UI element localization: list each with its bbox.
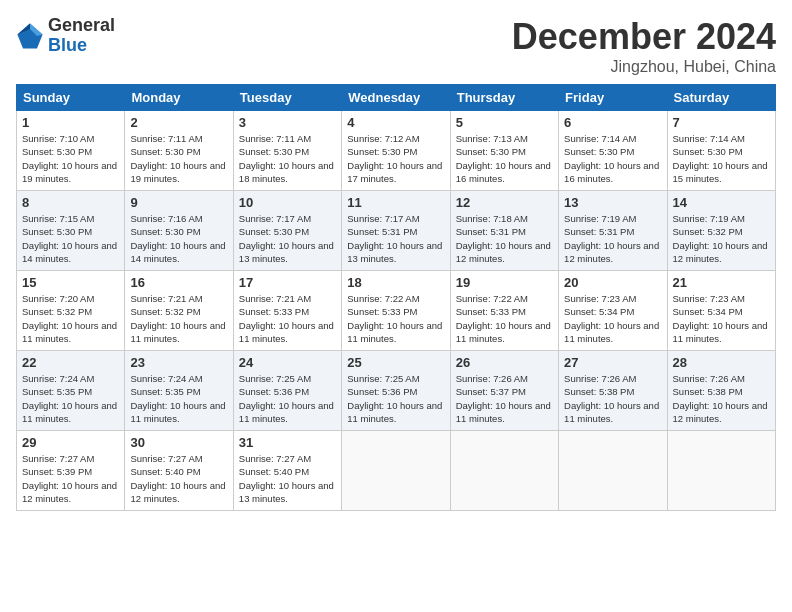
day-number: 16	[130, 275, 227, 290]
day-number: 14	[673, 195, 770, 210]
day-info: Sunrise: 7:19 AMSunset: 5:32 PMDaylight:…	[673, 212, 770, 265]
day-number: 17	[239, 275, 336, 290]
day-number: 25	[347, 355, 444, 370]
day-number: 22	[22, 355, 119, 370]
header-saturday: Saturday	[667, 85, 775, 111]
calendar-day-cell: 16Sunrise: 7:21 AMSunset: 5:32 PMDayligh…	[125, 271, 233, 351]
logo-blue: Blue	[48, 36, 115, 56]
day-info: Sunrise: 7:15 AMSunset: 5:30 PMDaylight:…	[22, 212, 119, 265]
day-info: Sunrise: 7:16 AMSunset: 5:30 PMDaylight:…	[130, 212, 227, 265]
calendar-day-cell: 1Sunrise: 7:10 AMSunset: 5:30 PMDaylight…	[17, 111, 125, 191]
calendar-week-row: 1Sunrise: 7:10 AMSunset: 5:30 PMDaylight…	[17, 111, 776, 191]
calendar-day-cell: 26Sunrise: 7:26 AMSunset: 5:37 PMDayligh…	[450, 351, 558, 431]
day-number: 19	[456, 275, 553, 290]
day-number: 12	[456, 195, 553, 210]
logo-general: General	[48, 16, 115, 36]
day-info: Sunrise: 7:20 AMSunset: 5:32 PMDaylight:…	[22, 292, 119, 345]
header-sunday: Sunday	[17, 85, 125, 111]
title-block: December 2024 Jingzhou, Hubei, China	[512, 16, 776, 76]
calendar-day-cell: 2Sunrise: 7:11 AMSunset: 5:30 PMDaylight…	[125, 111, 233, 191]
logo-icon	[16, 22, 44, 50]
day-info: Sunrise: 7:17 AMSunset: 5:31 PMDaylight:…	[347, 212, 444, 265]
day-number: 4	[347, 115, 444, 130]
calendar-day-cell: 12Sunrise: 7:18 AMSunset: 5:31 PMDayligh…	[450, 191, 558, 271]
calendar-day-cell: 13Sunrise: 7:19 AMSunset: 5:31 PMDayligh…	[559, 191, 667, 271]
calendar-day-cell: 18Sunrise: 7:22 AMSunset: 5:33 PMDayligh…	[342, 271, 450, 351]
calendar-day-cell	[667, 431, 775, 511]
calendar-day-cell: 21Sunrise: 7:23 AMSunset: 5:34 PMDayligh…	[667, 271, 775, 351]
calendar-day-cell: 9Sunrise: 7:16 AMSunset: 5:30 PMDaylight…	[125, 191, 233, 271]
day-number: 5	[456, 115, 553, 130]
day-info: Sunrise: 7:25 AMSunset: 5:36 PMDaylight:…	[239, 372, 336, 425]
day-info: Sunrise: 7:21 AMSunset: 5:32 PMDaylight:…	[130, 292, 227, 345]
day-info: Sunrise: 7:11 AMSunset: 5:30 PMDaylight:…	[239, 132, 336, 185]
calendar-day-cell: 14Sunrise: 7:19 AMSunset: 5:32 PMDayligh…	[667, 191, 775, 271]
day-info: Sunrise: 7:27 AMSunset: 5:40 PMDaylight:…	[130, 452, 227, 505]
calendar-day-cell	[342, 431, 450, 511]
day-number: 28	[673, 355, 770, 370]
day-number: 31	[239, 435, 336, 450]
day-number: 30	[130, 435, 227, 450]
day-info: Sunrise: 7:27 AMSunset: 5:39 PMDaylight:…	[22, 452, 119, 505]
calendar-header-row: Sunday Monday Tuesday Wednesday Thursday…	[17, 85, 776, 111]
calendar-week-row: 8Sunrise: 7:15 AMSunset: 5:30 PMDaylight…	[17, 191, 776, 271]
day-info: Sunrise: 7:27 AMSunset: 5:40 PMDaylight:…	[239, 452, 336, 505]
calendar-day-cell: 23Sunrise: 7:24 AMSunset: 5:35 PMDayligh…	[125, 351, 233, 431]
day-info: Sunrise: 7:26 AMSunset: 5:38 PMDaylight:…	[673, 372, 770, 425]
day-info: Sunrise: 7:26 AMSunset: 5:38 PMDaylight:…	[564, 372, 661, 425]
day-number: 24	[239, 355, 336, 370]
day-info: Sunrise: 7:18 AMSunset: 5:31 PMDaylight:…	[456, 212, 553, 265]
calendar-day-cell: 25Sunrise: 7:25 AMSunset: 5:36 PMDayligh…	[342, 351, 450, 431]
calendar-day-cell: 7Sunrise: 7:14 AMSunset: 5:30 PMDaylight…	[667, 111, 775, 191]
day-info: Sunrise: 7:26 AMSunset: 5:37 PMDaylight:…	[456, 372, 553, 425]
header-monday: Monday	[125, 85, 233, 111]
calendar-day-cell: 19Sunrise: 7:22 AMSunset: 5:33 PMDayligh…	[450, 271, 558, 351]
day-number: 20	[564, 275, 661, 290]
day-info: Sunrise: 7:22 AMSunset: 5:33 PMDaylight:…	[456, 292, 553, 345]
calendar-day-cell: 29Sunrise: 7:27 AMSunset: 5:39 PMDayligh…	[17, 431, 125, 511]
day-info: Sunrise: 7:24 AMSunset: 5:35 PMDaylight:…	[22, 372, 119, 425]
calendar-day-cell: 11Sunrise: 7:17 AMSunset: 5:31 PMDayligh…	[342, 191, 450, 271]
day-info: Sunrise: 7:22 AMSunset: 5:33 PMDaylight:…	[347, 292, 444, 345]
calendar-day-cell	[559, 431, 667, 511]
day-number: 23	[130, 355, 227, 370]
calendar-day-cell: 20Sunrise: 7:23 AMSunset: 5:34 PMDayligh…	[559, 271, 667, 351]
day-info: Sunrise: 7:19 AMSunset: 5:31 PMDaylight:…	[564, 212, 661, 265]
day-number: 1	[22, 115, 119, 130]
calendar-day-cell: 28Sunrise: 7:26 AMSunset: 5:38 PMDayligh…	[667, 351, 775, 431]
day-info: Sunrise: 7:13 AMSunset: 5:30 PMDaylight:…	[456, 132, 553, 185]
calendar-day-cell: 17Sunrise: 7:21 AMSunset: 5:33 PMDayligh…	[233, 271, 341, 351]
day-info: Sunrise: 7:14 AMSunset: 5:30 PMDaylight:…	[673, 132, 770, 185]
day-info: Sunrise: 7:23 AMSunset: 5:34 PMDaylight:…	[673, 292, 770, 345]
calendar-day-cell: 6Sunrise: 7:14 AMSunset: 5:30 PMDaylight…	[559, 111, 667, 191]
day-number: 3	[239, 115, 336, 130]
calendar-week-row: 22Sunrise: 7:24 AMSunset: 5:35 PMDayligh…	[17, 351, 776, 431]
calendar-day-cell: 15Sunrise: 7:20 AMSunset: 5:32 PMDayligh…	[17, 271, 125, 351]
day-number: 18	[347, 275, 444, 290]
location: Jingzhou, Hubei, China	[512, 58, 776, 76]
calendar-day-cell: 4Sunrise: 7:12 AMSunset: 5:30 PMDaylight…	[342, 111, 450, 191]
month-title: December 2024	[512, 16, 776, 58]
day-number: 21	[673, 275, 770, 290]
page: General Blue December 2024 Jingzhou, Hub…	[0, 0, 792, 612]
day-number: 9	[130, 195, 227, 210]
day-info: Sunrise: 7:24 AMSunset: 5:35 PMDaylight:…	[130, 372, 227, 425]
calendar-day-cell: 30Sunrise: 7:27 AMSunset: 5:40 PMDayligh…	[125, 431, 233, 511]
calendar-day-cell: 3Sunrise: 7:11 AMSunset: 5:30 PMDaylight…	[233, 111, 341, 191]
calendar-day-cell: 22Sunrise: 7:24 AMSunset: 5:35 PMDayligh…	[17, 351, 125, 431]
header-friday: Friday	[559, 85, 667, 111]
calendar-week-row: 15Sunrise: 7:20 AMSunset: 5:32 PMDayligh…	[17, 271, 776, 351]
day-info: Sunrise: 7:17 AMSunset: 5:30 PMDaylight:…	[239, 212, 336, 265]
day-number: 13	[564, 195, 661, 210]
day-number: 26	[456, 355, 553, 370]
day-number: 27	[564, 355, 661, 370]
day-number: 7	[673, 115, 770, 130]
calendar-day-cell: 5Sunrise: 7:13 AMSunset: 5:30 PMDaylight…	[450, 111, 558, 191]
day-info: Sunrise: 7:14 AMSunset: 5:30 PMDaylight:…	[564, 132, 661, 185]
logo: General Blue	[16, 16, 115, 56]
day-number: 11	[347, 195, 444, 210]
calendar-table: Sunday Monday Tuesday Wednesday Thursday…	[16, 84, 776, 511]
day-number: 15	[22, 275, 119, 290]
calendar-day-cell: 24Sunrise: 7:25 AMSunset: 5:36 PMDayligh…	[233, 351, 341, 431]
calendar-day-cell: 10Sunrise: 7:17 AMSunset: 5:30 PMDayligh…	[233, 191, 341, 271]
